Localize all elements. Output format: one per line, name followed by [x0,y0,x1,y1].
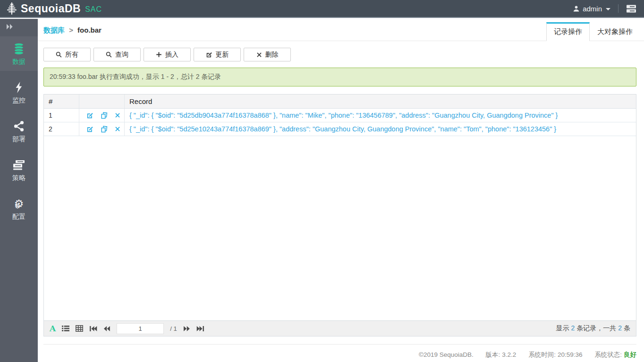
delete-record-icon[interactable] [115,126,120,132]
record-json: { "_id": { "$oid": "5d25e10243a774f16378… [125,122,636,136]
breadcrumb-separator: > [69,26,73,34]
list-view-icon[interactable] [62,325,69,332]
brand-logo[interactable]: SequoiaDB SAC [0,1,102,16]
query-button[interactable]: 查询 [93,48,141,61]
sidebar-item-monitor[interactable]: 监控 [0,75,38,110]
column-header-actions [79,95,125,108]
system-time: 系统时间:20:59:36 [528,351,584,358]
first-page-icon[interactable] [89,326,97,332]
search-icon [106,52,112,58]
servers-icon [0,158,38,172]
version-info: 版本:3.2.2 [486,351,518,358]
sidebar-item-label: 监控 [0,96,38,105]
sidebar-item-label: 策略 [0,174,38,182]
pagination-bar: A / 1 [44,320,636,336]
records-table: # Record 1 { "_id": { "$oid": [43,94,636,336]
sidebar-item-deploy[interactable]: 部署 [0,114,38,148]
share-icon [0,119,38,133]
delete-record-icon[interactable] [115,112,120,118]
delete-button[interactable]: 删除 [244,48,291,61]
server-icon [626,4,636,13]
x-icon [256,52,262,58]
table-empty-area [44,136,636,320]
action-toolbar: 所有 查询 插入 更新 删除 [43,48,636,61]
table-row: 1 { "_id": { "$oid": "5d25db9043a774f163… [44,109,636,122]
brand-name: SequoiaDB [21,2,81,15]
sidebar-item-label: 配置 [0,213,38,221]
update-button[interactable]: 更新 [194,48,241,61]
sidebar-expand-button[interactable] [0,19,14,32]
edit-record-icon[interactable] [86,112,93,119]
host-list-button[interactable] [626,4,636,13]
search-icon [56,52,62,58]
copy-record-icon[interactable] [101,126,108,133]
navbar-divider [618,4,619,13]
copy-record-icon[interactable] [101,112,108,119]
row-index: 2 [44,122,79,136]
page-total: / 1 [170,325,177,332]
record-json: { "_id": { "$oid": "5d25db9043a774f16378… [125,109,636,122]
next-page-icon[interactable] [183,326,190,332]
database-icon [0,42,38,56]
shown-count: 2 [571,324,575,332]
edit-icon [206,52,212,58]
user-menu[interactable]: admin [573,5,610,13]
row-actions [79,122,125,136]
font-size-toggle[interactable]: A [50,324,56,333]
last-page-icon[interactable] [196,326,204,332]
prev-page-icon[interactable] [103,326,110,332]
sidebar-item-label: 数据 [0,58,38,66]
query-success-alert: 20:59:33 foo.bar 执行查询成功，显示 1 - 2，总计 2 条记… [43,68,636,86]
tab-bar: 记录操作 大对象操作 [546,22,640,41]
table-row: 2 { "_id": { "$oid": "5d25e10243a774f163… [44,122,636,136]
plus-icon [156,52,162,58]
sidebar-item-data[interactable]: 数据 [0,36,38,71]
page-number-input[interactable] [117,323,164,334]
page-footer: ©2019 SequoiaDB. 版本:3.2.2 系统时间:20:59:36 … [43,344,636,359]
page-header: 数据库 > foo.bar 记录操作 大对象操作 [38,19,644,41]
status-ok-badge: 良好 [624,351,636,358]
column-header-record: Record [125,95,636,108]
brand-suffix: SAC [85,4,102,14]
insert-button[interactable]: 插入 [144,48,191,61]
sidebar-item-strategy[interactable]: 策略 [0,153,38,187]
tab-lob-operations[interactable]: 大对象操作 [590,22,640,41]
sidebar-item-config[interactable]: ⚙⚙ 配置 [0,191,38,226]
gears-icon: ⚙⚙ [0,197,38,211]
main-area: 数据库 > foo.bar 记录操作 大对象操作 所有 查询 插入 [38,19,644,362]
chevron-down-icon [606,8,610,10]
copyright: ©2019 SequoiaDB. [419,351,474,358]
sidebar-item-label: 部署 [0,135,38,144]
top-navbar: SequoiaDB SAC admin [0,0,644,18]
row-index: 1 [44,109,79,122]
table-header-row: # Record [44,95,636,109]
user-name: admin [583,5,602,13]
all-button[interactable]: 所有 [43,48,91,61]
column-header-index: # [44,95,79,108]
breadcrumb-database-link[interactable]: 数据库 [43,26,65,34]
breadcrumb-current: foo.bar [77,26,102,34]
total-count: 2 [618,324,622,332]
grid-view-icon[interactable] [76,325,83,332]
edit-record-icon[interactable] [86,126,93,133]
lightning-icon [0,80,38,95]
sequoia-tree-icon [5,1,19,16]
system-status: 系统状态:良好 [594,351,636,358]
double-arrow-right-icon [6,24,14,30]
row-actions [79,109,125,122]
user-icon [573,5,580,12]
tab-record-operations[interactable]: 记录操作 [546,22,590,41]
records-summary: 显示2条记录，一共2条 [556,324,630,333]
sidebar: 数据 监控 部署 [0,19,38,362]
